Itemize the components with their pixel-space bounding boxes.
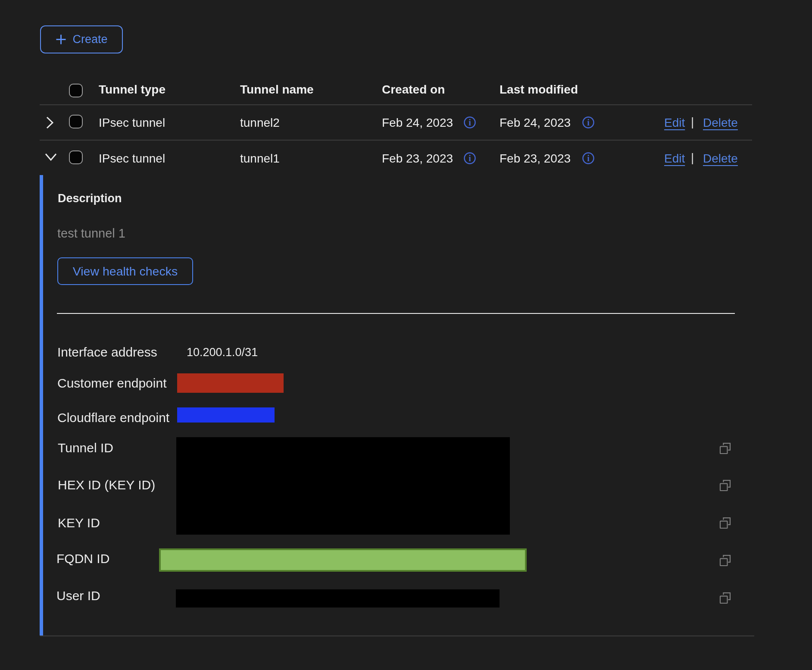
svg-text:i: i: [468, 118, 471, 127]
svg-text:i: i: [587, 118, 590, 127]
svg-text:i: i: [468, 153, 471, 163]
svg-text:i: i: [587, 153, 590, 163]
